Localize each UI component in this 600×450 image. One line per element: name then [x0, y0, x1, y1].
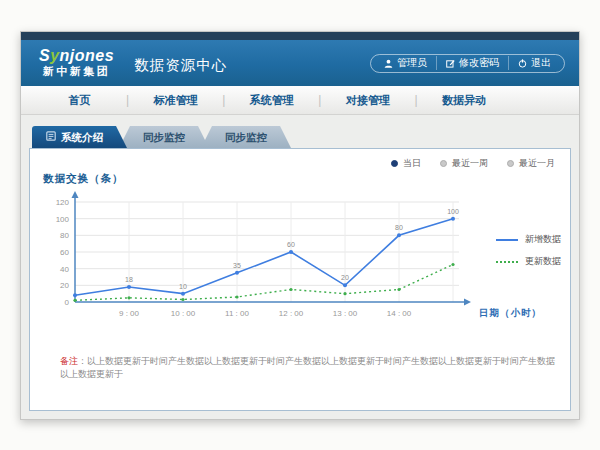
radio-unselected-icon: [440, 160, 447, 167]
data-point: [397, 233, 401, 237]
content-area: 系统介绍 同步监控 同步监控 当日 最近一周: [21, 115, 579, 419]
logo-subtitle: 新中新集团: [43, 66, 111, 78]
data-point: [181, 298, 184, 301]
nav-item-integration[interactable]: 对接管理: [321, 86, 414, 115]
company-logo: Synjones 新中新集团: [39, 48, 114, 77]
data-point: [73, 299, 76, 302]
range-option-today[interactable]: 当日: [391, 157, 421, 170]
dotted-line-marker-icon: [496, 261, 518, 263]
tab-sync-monitor-1[interactable]: 同步监控: [119, 126, 209, 148]
note-text: ：以上数据更新于时间产生数据以上数据更新于时间产生数据以上数据更新于时间产生数据…: [60, 356, 555, 379]
range-label: 最近一周: [452, 157, 488, 170]
data-point: [289, 288, 292, 291]
data-point-label: 10: [179, 283, 187, 290]
range-label: 当日: [403, 157, 421, 170]
tab-label: 系统介绍: [61, 126, 103, 148]
note-prefix: 备注: [60, 356, 78, 366]
legend-label: 更新数据: [525, 255, 561, 268]
app-window: Synjones 新中新集团 数据资源中心 管理员 修改密码 退出: [20, 31, 580, 420]
data-point-label: 60: [287, 241, 295, 248]
x-tick-label: 9 : 00: [119, 309, 140, 318]
tab-system-intro[interactable]: 系统介绍: [32, 126, 127, 148]
logout-button[interactable]: 退出: [508, 56, 560, 70]
data-point: [451, 263, 454, 266]
y-tick-label: 80: [60, 231, 69, 240]
range-label: 最近一月: [519, 157, 555, 170]
y-axis-arrow-icon: [72, 191, 79, 198]
data-point: [451, 217, 455, 221]
data-point: [289, 250, 293, 254]
y-tick-label: 120: [56, 198, 70, 207]
data-point: [127, 296, 130, 299]
tab-label: 同步监控: [143, 126, 185, 148]
legend-new-data: 新增数据: [496, 233, 561, 246]
chart-x-axis-title: 日期（小时）: [479, 307, 542, 319]
window-top-strip: [21, 32, 579, 40]
nav-item-home[interactable]: 首页: [33, 86, 126, 115]
user-icon: [384, 59, 393, 68]
x-tick-label: 13 : 00: [333, 309, 358, 318]
nav-item-standards[interactable]: 标准管理: [129, 86, 222, 115]
power-icon: [518, 59, 527, 68]
logo-part: S: [39, 47, 50, 64]
y-tick-label: 0: [65, 298, 70, 307]
logout-label: 退出: [531, 56, 551, 70]
range-option-last-week[interactable]: 最近一周: [440, 157, 488, 170]
y-tick-label: 20: [60, 281, 69, 290]
data-point-label: 20: [341, 274, 349, 281]
time-range-selector: 当日 最近一周 最近一月: [391, 157, 555, 170]
data-point: [397, 288, 400, 291]
nav-item-system[interactable]: 系统管理: [225, 86, 318, 115]
legend-updated-data: 更新数据: [496, 255, 561, 268]
legend-label: 新增数据: [525, 233, 561, 246]
edit-icon: [446, 59, 455, 68]
footer-note: 备注：以上数据更新于时间产生数据以上数据更新于时间产生数据以上数据更新于时间产生…: [60, 355, 560, 380]
nav-item-data-changes[interactable]: 数据异动: [418, 86, 511, 115]
data-point: [343, 292, 346, 295]
radio-unselected-icon: [507, 160, 514, 167]
tab-sync-monitor-2[interactable]: 同步监控: [201, 126, 291, 148]
page-title: 数据资源中心: [134, 56, 227, 75]
current-user-button[interactable]: 管理员: [375, 56, 436, 70]
x-axis-arrow-icon: [464, 299, 471, 306]
range-option-last-month[interactable]: 最近一月: [507, 157, 555, 170]
chart-y-axis-title: 数据交换（条）: [43, 172, 124, 186]
logo-part: njones: [60, 47, 115, 64]
data-point: [73, 293, 77, 297]
radio-selected-icon: [391, 160, 398, 167]
data-point: [235, 295, 238, 298]
document-icon: [46, 126, 56, 148]
tab-label: 同步监控: [225, 126, 267, 148]
user-toolbar: 管理员 修改密码 退出: [370, 54, 565, 73]
data-point-label: 18: [125, 276, 133, 283]
tab-bar: 系统介绍 同步监控 同步监控: [32, 126, 571, 148]
data-point: [343, 283, 347, 287]
solid-line-marker-icon: [496, 239, 518, 241]
change-password-button[interactable]: 修改密码: [436, 56, 508, 70]
main-nav: 首页 | 标准管理 | 系统管理 | 对接管理 | 数据异动: [21, 86, 579, 115]
data-exchange-line-chart: 0204060801001209 : 0010 : 0011 : 0012 : …: [43, 188, 559, 324]
y-tick-label: 60: [60, 248, 69, 257]
data-point: [235, 271, 239, 275]
y-tick-label: 100: [56, 215, 70, 224]
chart-panel: 当日 最近一周 最近一月 数据交换（条） 0204060801001209 : …: [29, 148, 571, 411]
change-password-label: 修改密码: [459, 56, 499, 70]
chart-series-legend: 新增数据 更新数据: [496, 233, 561, 268]
data-point-label: 80: [395, 224, 403, 231]
x-tick-label: 14 : 00: [387, 309, 412, 318]
data-point: [127, 285, 131, 289]
logo-part-accent: y: [50, 47, 59, 64]
logo-wordmark: Synjones: [39, 48, 114, 65]
x-tick-label: 11 : 00: [225, 309, 249, 318]
data-point: [181, 292, 185, 296]
x-tick-label: 10 : 00: [171, 309, 196, 318]
x-tick-label: 12 : 00: [279, 309, 304, 318]
app-header: Synjones 新中新集团 数据资源中心 管理员 修改密码 退出: [21, 40, 579, 86]
data-point-label: 35: [233, 262, 241, 269]
user-label: 管理员: [397, 56, 427, 70]
y-tick-label: 40: [60, 265, 69, 274]
data-point-label: 100: [447, 208, 459, 215]
